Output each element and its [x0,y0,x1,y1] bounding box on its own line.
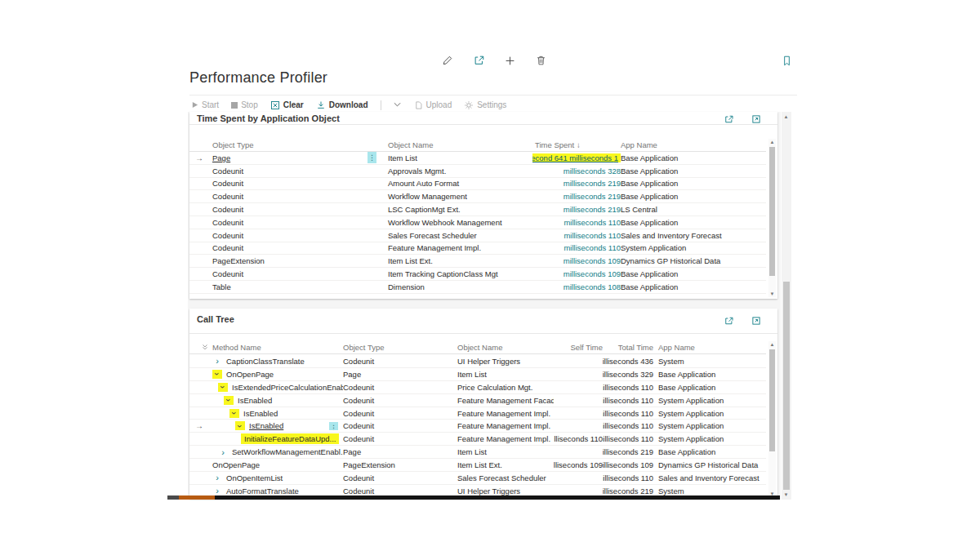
table-row[interactable]: CodeunitSales Forecast Scheduler110 mill… [189,229,766,242]
cell-time-spent[interactable]: 108 milliseconds [532,282,621,291]
share-icon[interactable] [472,54,485,67]
time-spent-link[interactable]: 219 milliseconds [564,205,621,214]
table-row[interactable]: →›IsEnabled⋮CodeunitFeature Management I… [189,420,766,433]
method-name-value[interactable]: OnOpenItemList [226,473,283,482]
row-menu-icon[interactable]: ⋮ [368,152,376,163]
method-name-value[interactable]: IsEnabled [238,396,272,405]
table-row[interactable]: ›OnOpenPagePageItem List329 milliseconds… [189,368,766,381]
row-menu-icon[interactable]: ⋮ [329,422,338,430]
scrollbar-thumb[interactable] [769,349,775,451]
cell-method-name[interactable]: ›IsExtendedPriceCalculationEnab... [209,383,343,392]
column-object-type[interactable]: Object Type [209,140,368,149]
method-name-value[interactable]: CaptionClassTranslate [226,357,305,366]
method-name-value[interactable]: IsEnabled [249,421,283,430]
new-icon[interactable] [503,54,516,67]
method-name-value[interactable]: OnOpenPage [212,460,260,469]
table-row[interactable]: CodeunitWorkflow Webhook Management110 m… [189,216,766,229]
table-row[interactable]: ›IsExtendedPriceCalculationEnab...Codeun… [189,381,766,394]
cell-row-menu[interactable]: ⋮ [368,152,382,163]
time-spent-link[interactable]: 110 milliseconds [564,231,621,240]
cell-time-spent[interactable]: 219 milliseconds [532,205,621,214]
cell-object-type[interactable]: Page [209,153,368,162]
video-progress-bar[interactable] [215,495,780,500]
chevron-expanded-icon[interactable]: › [235,421,245,430]
delete-icon[interactable] [534,54,547,67]
cell-method-name[interactable]: ›IsEnabled [209,396,343,405]
time-spent-link[interactable]: 108 milliseconds [564,282,621,291]
chevron-collapsed-icon[interactable]: › [212,357,222,366]
cell-method-name[interactable]: ›OnOpenPage [209,370,343,379]
cell-time-spent[interactable]: 109 milliseconds [532,256,621,265]
table-row[interactable]: ›CaptionClassTranslateCodeunitUI Helper … [189,355,766,368]
chevron-expanded-icon[interactable]: › [224,396,234,405]
download-button[interactable]: Download [316,100,368,110]
clear-button[interactable]: Clear [270,100,304,110]
time-spent-link[interactable]: 328 milliseconds [564,167,621,176]
call-tree-scrollbar[interactable]: ▲ ▼ [768,341,776,497]
scroll-up-icon[interactable]: ▲ [768,341,776,348]
table-row[interactable]: CodeunitFeature Management Impl.110 mill… [189,242,766,256]
cell-time-spent[interactable]: 219 milliseconds [532,192,621,201]
time-spent-link[interactable]: 109 milliseconds [564,256,621,265]
cell-method-name[interactable]: ›CaptionClassTranslate [209,357,343,366]
chevron-expanded-icon[interactable]: › [218,383,228,392]
cell-time-spent[interactable]: 110 milliseconds [532,243,621,252]
time-spent-link[interactable]: 110 milliseconds [564,243,621,252]
chevron-collapsed-icon[interactable]: › [218,447,228,456]
column-object-name[interactable]: Object Name [451,343,554,352]
column-total-time[interactable]: Total Time [603,343,653,352]
time-spent-link[interactable]: 219 milliseconds [564,179,621,188]
cell-method-name[interactable]: InitializeFeatureDataUpd... [209,433,343,444]
chevron-expanded-icon[interactable]: › [212,370,222,379]
cell-time-spent[interactable]: 110 milliseconds [532,231,621,240]
video-progress-played[interactable] [179,495,215,500]
time-spent-link[interactable]: 219 milliseconds [564,192,621,201]
share-icon[interactable] [722,314,735,327]
expand-icon[interactable] [750,314,763,327]
method-name-value[interactable]: SetWorkflowManagementEnabl... [232,447,343,456]
method-name-value[interactable]: InitializeFeatureDataUpd... [241,433,339,444]
column-object-type[interactable]: Object Type [343,343,451,352]
start-button[interactable]: Start [191,100,219,109]
table-row[interactable]: TableDimension108 millisecondsBase Appli… [189,281,766,294]
cell-time-spent[interactable]: 328 milliseconds [532,167,621,176]
cell-method-name[interactable]: OnOpenPage [209,460,343,469]
cell-method-name[interactable]: ›OnOpenItemList [209,473,343,482]
column-object-name[interactable]: Object Name [382,140,532,149]
scroll-down-icon[interactable]: ▼ [768,291,776,297]
scrollbar-thumb[interactable] [783,282,790,490]
stop-button[interactable]: Stop [231,100,258,109]
table-row[interactable]: CodeunitItem Tracking CaptionClass Mgt10… [189,268,766,281]
upload-button[interactable]: Upload [414,100,452,110]
cell-method-name[interactable]: ›SetWorkflowManagementEnabl... [209,447,343,456]
method-name-value[interactable]: IsEnabled [243,409,278,418]
cell-method-name[interactable]: ›IsEnabled⋮ [209,421,343,430]
edit-icon[interactable] [441,54,454,67]
cell-time-spent[interactable]: 219 milliseconds [532,179,621,188]
column-time-spent[interactable]: Time Spent ↓ [532,140,621,149]
table-row[interactable]: InitializeFeatureDataUpd...CodeunitFeatu… [189,433,766,446]
cell-time-spent[interactable]: 110 milliseconds [532,218,621,227]
scrollbar-thumb[interactable] [769,147,775,276]
settings-button[interactable]: Settings [464,100,506,110]
chevron-collapsed-icon[interactable]: › [212,473,222,482]
chevron-collapsed-icon[interactable]: › [212,487,222,495]
table-row[interactable]: ›SetWorkflowManagementEnabl...PageItem L… [189,446,766,459]
column-app-name[interactable]: App Name [653,343,766,352]
column-app-name[interactable]: App Name [621,140,766,149]
cell-method-name[interactable]: ›IsEnabled [209,409,343,418]
cell-time-spent[interactable]: 109 milliseconds [532,269,621,278]
time-spent-link[interactable]: 110 milliseconds [564,218,621,227]
table-row[interactable]: CodeunitAmount Auto Format219 millisecon… [189,178,766,191]
page-scrollbar[interactable]: ▲ ▼ [782,112,791,500]
column-method-name[interactable]: Method Name [209,343,343,352]
table-row[interactable]: CodeunitWorkflow Management219 milliseco… [189,190,766,203]
collapse-all-icon[interactable] [189,343,209,353]
table-row[interactable]: ›IsEnabledCodeunitFeature Management Fac… [189,394,766,407]
table-row[interactable]: OnOpenPagePageExtensionItem List Ext.109… [189,459,766,472]
method-name-value[interactable]: OnOpenPage [226,370,274,379]
column-self-time[interactable]: Self Time [554,343,603,352]
object-type-value[interactable]: Page [212,153,230,162]
table-row[interactable]: ›IsEnabledCodeunitFeature Management Imp… [189,407,766,420]
cell-method-name[interactable]: ›AutoFormatTranslate [209,487,343,495]
